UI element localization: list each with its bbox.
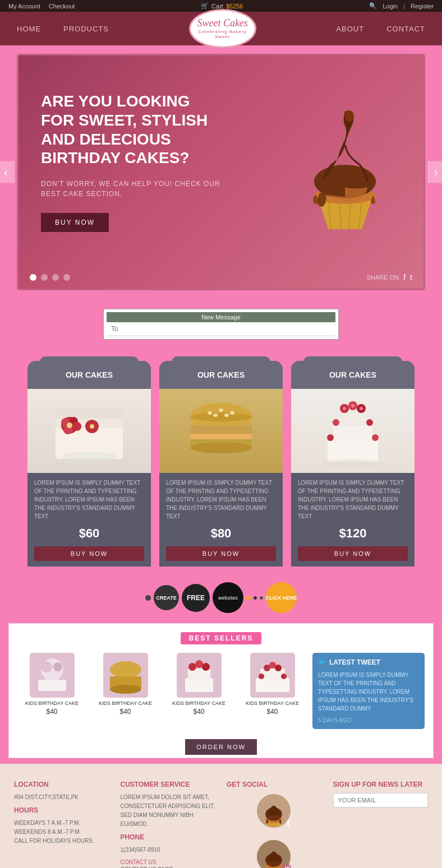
hero-cupcake-image <box>289 95 401 229</box>
footer-get-social-title: GET SOCIAL <box>227 781 322 788</box>
checkout-link[interactable]: Checkout <box>49 3 75 10</box>
ad-create-label: CREATE <box>156 595 176 601</box>
hero-bottom: SHARE ON f t <box>19 268 423 289</box>
nav-home[interactable]: HOME <box>17 25 41 33</box>
login-link[interactable]: Login <box>383 3 398 10</box>
product-3-buy-button[interactable]: BUY NOW <box>298 546 408 561</box>
top-bar-left: My Account Checkout <box>8 3 75 10</box>
hero-dot-4[interactable] <box>63 274 70 281</box>
email-popup: New Message <box>103 309 339 340</box>
nav-links-left: HOME PRODUCTS <box>17 25 109 33</box>
ad-free-label: FREE <box>187 594 205 602</box>
nav-products[interactable]: PRODUCTS <box>63 25 109 33</box>
ad-create: CREATE <box>154 585 179 610</box>
logo[interactable]: Sweet Cakes Celebrating Bakery Sweet <box>189 9 256 48</box>
hero-container: ‹ ARE YOU LOOKING FOR SWEET, STYLISH AND… <box>6 54 436 290</box>
hero-arrow-left[interactable]: ‹ <box>0 161 15 183</box>
facebook-cake-icon[interactable]: f <box>256 793 292 832</box>
nav-about[interactable]: ABOUT <box>336 25 364 33</box>
email-popup-title: New Message <box>107 312 335 322</box>
tweet-time: 5 DAYS AGO <box>318 717 419 723</box>
product-1-buy-button[interactable]: BUY NOW <box>34 546 144 561</box>
email-to-input[interactable] <box>107 322 335 336</box>
nav-contact[interactable]: CONTACT <box>386 25 425 33</box>
twitter-bird-icon: 🐦 <box>318 658 326 666</box>
svg-point-55 <box>195 660 203 668</box>
product-1-image <box>27 389 151 473</box>
svg-point-30 <box>224 414 229 417</box>
hero-dot-1[interactable] <box>30 274 36 281</box>
footer-columns: LOCATION #04 DIST.CITY,STATE,PK HOURS WE… <box>14 781 428 868</box>
svg-point-41 <box>366 419 373 426</box>
product-card-2-top: OUR CAKES <box>159 361 283 389</box>
search-icon[interactable]: 🔍 <box>369 2 377 10</box>
cart-amount: $5256 <box>226 3 243 10</box>
svg-rect-32 <box>333 424 372 441</box>
share-on: SHARE ON f t <box>367 273 412 282</box>
svg-rect-57 <box>256 678 289 692</box>
footer-hours-title: HOURS <box>14 806 109 814</box>
footer-location-col: LOCATION #04 DIST.CITY,STATE,PK HOURS WE… <box>14 781 109 868</box>
svg-point-21 <box>190 412 252 421</box>
best-sellers-products: KIDS BIRTHDAY CAKE $40 KIDS BIRTHDAY CAK… <box>17 653 307 729</box>
product-3-price: $120 <box>298 526 408 541</box>
footer-phone: 1(234)567-8910 <box>121 846 216 855</box>
footer-contact-us-title[interactable]: CONTACT US <box>121 859 216 865</box>
hero-inner: ARE YOU LOOKING FOR SWEET, STYLISH AND D… <box>19 55 423 268</box>
footer-contact-us-page: CONTACT US PAGE. <box>121 865 216 868</box>
twitter-icon[interactable]: t <box>410 273 412 282</box>
product-1-price: $60 <box>34 526 144 541</box>
svg-point-39 <box>360 407 363 410</box>
bs-price-4: $40 <box>238 708 307 716</box>
bs-label-2: KIDS BIRTHDAY CAKE <box>91 700 160 706</box>
hero-dot-3[interactable] <box>52 274 59 281</box>
svg-point-51 <box>110 685 141 694</box>
svg-rect-58 <box>260 669 285 680</box>
ad-websites-label: websites <box>218 595 238 601</box>
bs-label-4: KIDS BIRTHDAY CAKE <box>238 700 307 706</box>
product-2-image <box>159 389 283 473</box>
register-link[interactable]: Register <box>411 3 434 10</box>
ad-websites: websites <box>213 582 243 613</box>
order-now-area: ORDER NOW <box>17 729 425 755</box>
logo-title: Sweet Cakes <box>197 18 247 29</box>
svg-text:f: f <box>287 819 290 828</box>
product-card-1-top: OUR CAKES <box>27 361 151 389</box>
footer-customer-service-col: CUSTOMER SERVICE LOREM IPSUM DOLOR SIT A… <box>121 781 216 868</box>
svg-text:in: in <box>285 865 290 868</box>
logo-box: Sweet Cakes Celebrating Bakery Sweet <box>189 9 256 48</box>
best-sellers-label: BEST SELLERS <box>181 632 262 644</box>
hero-dots <box>30 274 70 281</box>
best-sellers-header: BEST SELLERS <box>17 632 425 644</box>
svg-point-18 <box>90 424 94 429</box>
hero-arrow-right[interactable]: › <box>427 161 442 183</box>
hero-title: ARE YOU LOOKING FOR SWEET, STYLISH AND D… <box>41 92 221 167</box>
product-2-buy-button[interactable]: BUY NOW <box>166 546 276 561</box>
svg-point-47 <box>53 662 62 671</box>
product-2-body: LOREM IPSUM IS SIMPLY DUMMY TEXT OF THE … <box>159 473 283 567</box>
svg-point-7 <box>345 110 354 122</box>
svg-point-19 <box>61 452 117 461</box>
product-3-body: LOREM IPSUM IS SIMPLY DUMMY TEXT OF THE … <box>291 473 415 567</box>
product-3-image <box>291 389 415 473</box>
footer-phone-title: PHONE <box>121 833 216 841</box>
facebook-icon[interactable]: f <box>403 273 406 282</box>
product-card-1: OUR CAKES LOREM IPSUM IS SIMPLY DUMMY TE… <box>27 361 151 567</box>
order-now-button[interactable]: ORDER NOW <box>185 739 257 755</box>
hero-dot-2[interactable] <box>41 274 48 281</box>
product-1-title: OUR CAKES <box>34 368 144 382</box>
svg-point-14 <box>72 422 81 431</box>
svg-point-27 <box>219 409 223 412</box>
footer: LOCATION #04 DIST.CITY,STATE,PK HOURS WE… <box>0 764 442 868</box>
instagram-cake-icon[interactable]: in <box>256 839 292 868</box>
signup-email-input[interactable] <box>333 793 429 807</box>
ad-free: FREE <box>182 584 210 612</box>
ad-click-here[interactable]: CLICK HERE <box>266 582 297 613</box>
hero-buy-now-button[interactable]: BUY NOW <box>41 213 109 232</box>
ad-dot-2 <box>254 596 257 600</box>
svg-point-43 <box>372 434 379 441</box>
product-1-body: LOREM IPSUM IS SIMPLY DUMMY TEXT OF THE … <box>27 473 151 567</box>
product-2-desc: LOREM IPSUM IS SIMPLY DUMMY TEXT OF THE … <box>166 479 276 521</box>
my-account-link[interactable]: My Account <box>8 3 40 10</box>
product-card-2: OUR CAKES LOREM IPSUM IS SIMPLY DUMMY TE… <box>159 361 283 567</box>
